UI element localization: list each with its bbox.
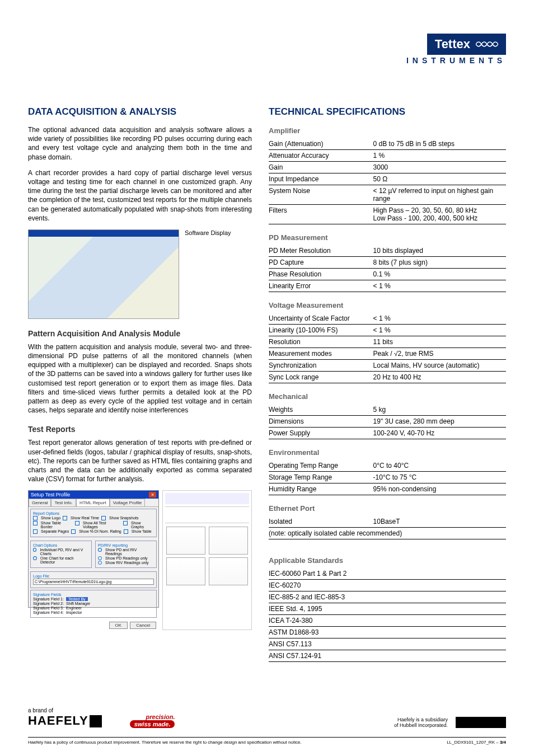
tab-voltage[interactable]: Voltage Profile — [110, 499, 146, 506]
table-row: Gain3000 — [269, 162, 506, 173]
checkbox-icon[interactable] — [124, 529, 128, 534]
dialog-and-preview-row: Setup Test Profile × General Test Info. … — [28, 490, 252, 630]
spec-value: High Pass – 20, 30, 50, 60, 80 kHz Low P… — [373, 205, 506, 224]
checkbox-icon[interactable] — [101, 516, 106, 520]
dialog-title: Setup Test Profile — [31, 492, 70, 497]
tab-general[interactable]: General — [29, 499, 51, 506]
spec-label: PD Meter Resolution — [269, 245, 373, 257]
spec-label: Linearity Error — [269, 280, 373, 292]
close-icon[interactable]: × — [149, 492, 156, 497]
heading-tech-spec: TECHNICAL SPECIFICATIONS — [269, 106, 506, 118]
standard-item: IEEE Std. 4, 1995 — [269, 603, 506, 615]
spec-value: 11 bits — [373, 336, 506, 348]
brand-of-label: a brand of — [28, 707, 102, 713]
group-report-options: Report Options Show Logo Show Real Time … — [30, 509, 157, 537]
table-row: IEC-60060 Part 1 & Part 2 — [269, 568, 506, 580]
spec-value: 100-240 V, 40-70 Hz — [373, 428, 506, 439]
table-row: ASTM D1868-93 — [269, 627, 506, 638]
subsidiary-block: Haefely is a subsidiary of Hubbell Incor… — [394, 717, 506, 728]
spec-value: 10 bits displayed — [373, 245, 506, 257]
table-pd-measurement: PD Meter Resolution10 bits displayedPD C… — [269, 245, 506, 292]
para-data-acq-2: A chart recorder provides a hard copy of… — [28, 168, 252, 223]
radio-icon[interactable] — [98, 548, 102, 552]
tab-htmlreport[interactable]: HTML Report — [76, 499, 110, 506]
checkbox-icon[interactable] — [71, 529, 76, 534]
spec-label: Weights — [269, 404, 373, 416]
checkbox-icon[interactable] — [33, 516, 38, 520]
ok-button[interactable]: OK — [109, 622, 128, 629]
checkbox-icon[interactable] — [63, 516, 67, 520]
table-row: IEC-885-2 and IEC-885-3 — [269, 591, 506, 603]
software-screenshot — [28, 229, 179, 319]
table-row: Attenuator Accuracy1 % — [269, 150, 506, 162]
radio-icon[interactable] — [98, 556, 102, 560]
tab-testinfo[interactable]: Test Info. — [51, 499, 76, 506]
spec-mechanical: Mechanical Weights5 kgDimensions19" 3U c… — [269, 392, 506, 439]
standard-item: ANSI C57.124-91 — [269, 650, 506, 662]
radio-icon[interactable] — [98, 561, 102, 565]
table-row: IEC-60270 — [269, 580, 506, 591]
table-standards: IEC-60060 Part 1 & Part 2IEC-60270IEC-88… — [269, 568, 506, 662]
policy-text: Haefely has a policy of continuous produ… — [28, 740, 302, 745]
precision-badge: precision. swiss made. — [130, 713, 175, 728]
table-row: PD Capture8 bits (7 plus sign) — [269, 257, 506, 269]
radio-icon[interactable] — [33, 548, 36, 552]
spec-label: Linearity (10-100% FS) — [269, 325, 373, 336]
checkbox-icon[interactable] — [33, 521, 38, 525]
spec-label: Attenuator Accuracy — [269, 150, 373, 162]
group-logo-file: Logo File C:\Programme\HHVT\Remote9101\L… — [30, 571, 157, 588]
table-row: Isolated10BaseT — [269, 516, 506, 528]
spec-environmental: Environmental Operating Temp Range0°C to… — [269, 448, 506, 495]
spec-voltage-measurement: Voltage Measurement Uncertainty of Scale… — [269, 301, 506, 383]
mini-chart — [166, 527, 205, 555]
table-row: Uncertainty of Scale Factor< 1 % — [269, 313, 506, 325]
spec-value: 0°C to 40°C — [373, 460, 506, 472]
table-row: Input Impedance50 Ω — [269, 173, 506, 185]
cancel-button[interactable]: Cancel — [130, 622, 156, 629]
mini-chart — [166, 557, 205, 585]
spec-label: Power Supply — [269, 428, 373, 439]
spec-value: < 1 % — [373, 280, 506, 292]
spec-label: Operating Temp Range — [269, 460, 373, 472]
spec-value: 0.1 % — [373, 269, 506, 280]
spec-amplifier: Amplifier Gain (Attenuation)0 dB to 75 d… — [269, 126, 506, 224]
mini-chart — [209, 557, 248, 585]
haefely-logo: HAEFELY — [28, 713, 102, 728]
spec-label: Phase Resolution — [269, 269, 373, 280]
setup-dialog: Setup Test Profile × General Test Info. … — [28, 490, 159, 608]
spec-label: Uncertainty of Scale Factor — [269, 313, 373, 325]
table-environmental: Operating Temp Range0°C to 40°CStorage T… — [269, 460, 506, 495]
spec-label: Filters — [269, 205, 373, 224]
spec-label: Synchronization — [269, 360, 373, 372]
table-row: Gain (Attenuation)0 dB to 75 dB in 5 dB … — [269, 138, 506, 150]
spec-label: System Noise — [269, 185, 373, 205]
spec-label: Gain (Attenuation) — [269, 138, 373, 150]
group-pdriv: PD/RIV reporting Show PD and RIV Reading… — [95, 541, 157, 568]
spec-label: Isolated — [269, 516, 373, 528]
group-sig-fields: Signature Fields Signature Field 1: Test… — [30, 590, 157, 618]
standard-item: IEC-60270 — [269, 580, 506, 591]
dialog-tabs: General Test Info. HTML Report Voltage P… — [29, 499, 158, 507]
checkbox-icon[interactable] — [123, 521, 128, 525]
table-row: ANSI C57.124-91 — [269, 650, 506, 662]
spec-value: 5 kg — [373, 404, 506, 416]
brand-logo: Tettex INSTRUMENTS — [406, 34, 506, 65]
table-row: Linearity Error< 1 % — [269, 280, 506, 292]
tettex-logo: Tettex — [427, 34, 506, 55]
table-row: ANSI C57.113 — [269, 638, 506, 650]
spec-label: Gain — [269, 162, 373, 173]
radio-icon[interactable] — [33, 556, 37, 560]
hubbell-logo-icon — [456, 717, 506, 728]
table-row: Measurement modesPeak / √2, true RMS — [269, 348, 506, 360]
heading-data-acq: DATA ACQUISITION & ANALYSIS — [28, 106, 252, 118]
heading-pattern: Pattern Acquisition And Analysis Module — [28, 329, 252, 338]
para-data-acq-1: The optional advanced data acquisition a… — [28, 125, 252, 162]
table-row: Phase Resolution0.1 % — [269, 269, 506, 280]
checkbox-icon[interactable] — [33, 529, 38, 534]
para-reports: Test report generator allows generation … — [28, 438, 252, 483]
table-row: Humidity Range95% non-condensing — [269, 483, 506, 495]
software-display-row: Software Display — [28, 229, 252, 319]
spec-value: 1 % — [373, 150, 506, 162]
checkbox-icon[interactable] — [75, 521, 79, 525]
heading-reports: Test Reports — [28, 425, 252, 434]
